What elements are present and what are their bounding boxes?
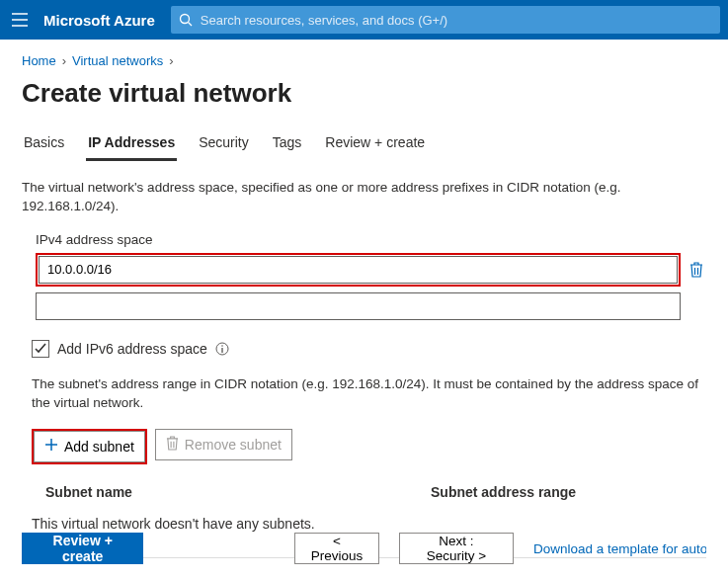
tab-review-create[interactable]: Review + create [323, 130, 427, 161]
global-search[interactable] [171, 6, 720, 34]
delete-address-button[interactable] [687, 262, 706, 278]
svg-point-3 [221, 345, 223, 347]
col-subnet-name: Subnet name [45, 484, 431, 500]
tab-tags[interactable]: Tags [271, 130, 304, 161]
review-create-button[interactable]: Review + create [22, 533, 143, 564]
ipv4-description: The virtual network's address space, spe… [22, 179, 706, 216]
info-icon [215, 342, 229, 356]
download-template-link[interactable]: Download a template for automati [533, 541, 706, 556]
tab-basics[interactable]: Basics [22, 130, 66, 161]
tab-security[interactable]: Security [197, 130, 251, 161]
hamburger-menu-button[interactable] [0, 13, 40, 27]
col-subnet-range: Subnet address range [431, 484, 576, 500]
top-bar: Microsoft Azure [0, 0, 728, 40]
add-subnet-button[interactable]: Add subnet [34, 431, 145, 462]
checkmark-icon [35, 343, 46, 355]
chevron-right-icon: › [169, 53, 173, 68]
remove-subnet-button: Remove subnet [155, 429, 292, 460]
chevron-right-icon: › [62, 53, 66, 68]
svg-point-0 [180, 15, 189, 24]
trash-icon [166, 436, 179, 454]
ipv4-input-highlight [36, 253, 681, 287]
hamburger-icon [12, 13, 28, 27]
plus-icon [44, 438, 58, 455]
svg-line-1 [188, 23, 192, 27]
breadcrumb: Home › Virtual networks › [22, 53, 706, 68]
search-input[interactable] [199, 12, 712, 29]
svg-rect-4 [221, 348, 222, 353]
brand-label: Microsoft Azure [40, 12, 171, 29]
ipv4-address-input[interactable] [39, 256, 678, 284]
subnet-description: The subnet's address range in CIDR notat… [32, 375, 706, 413]
ipv4-address-input-empty[interactable] [36, 292, 681, 320]
add-subnet-label: Add subnet [64, 439, 134, 455]
breadcrumb-vnets[interactable]: Virtual networks [72, 53, 163, 68]
footer-bar: Review + create < Previous Next : Securi… [0, 521, 728, 580]
ipv6-checkbox[interactable] [32, 340, 49, 358]
ipv4-label: IPv4 address space [36, 232, 706, 247]
remove-subnet-label: Remove subnet [185, 437, 282, 453]
page-title: Create virtual network [22, 78, 706, 109]
breadcrumb-home[interactable]: Home [22, 53, 56, 68]
ipv6-checkbox-label: Add IPv6 address space [57, 341, 207, 357]
search-icon [179, 13, 193, 27]
subnet-table-header: Subnet name Subnet address range [22, 478, 706, 506]
trash-icon [689, 262, 703, 278]
tab-strip: Basics IP Addresses Security Tags Review… [22, 130, 706, 161]
previous-button[interactable]: < Previous [294, 533, 379, 564]
add-subnet-highlight: Add subnet [32, 429, 147, 464]
ipv6-info-button[interactable] [215, 342, 229, 356]
tab-ip-addresses[interactable]: IP Addresses [86, 130, 177, 161]
next-button[interactable]: Next : Security > [399, 533, 514, 564]
